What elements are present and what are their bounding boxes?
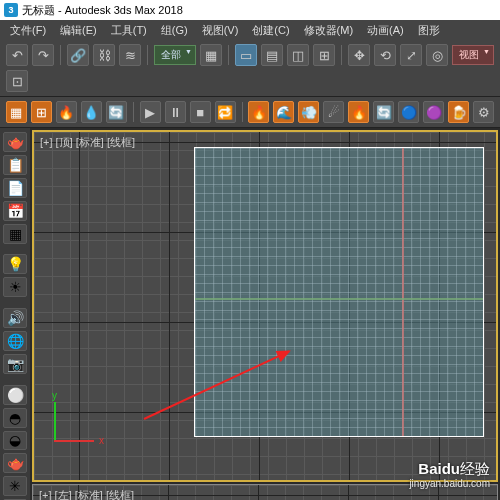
pause-button[interactable]: ⏸ — [165, 101, 186, 123]
dome-button[interactable]: ◒ — [3, 431, 27, 451]
camera-button[interactable]: 📷 — [3, 354, 27, 374]
bind-space-warp-button[interactable]: ≋ — [119, 44, 141, 66]
fire-effect-button[interactable]: 🔥 — [56, 101, 77, 123]
cycle-button[interactable]: 🔄 — [106, 101, 127, 123]
menu-bar: 文件(F) 编辑(E) 工具(T) 组(G) 视图(V) 创建(C) 修改器(M… — [0, 20, 500, 40]
viewport-top-label[interactable]: [+] [顶] [标准] [线框] — [40, 135, 135, 150]
speaker-button[interactable]: 🔊 — [3, 308, 27, 328]
redo-button[interactable]: ↷ — [32, 44, 54, 66]
axis-gizmo — [54, 396, 100, 442]
menu-file[interactable]: 文件(F) — [6, 21, 50, 40]
star-button[interactable]: ✳ — [3, 476, 27, 496]
teapot-primitive-button[interactable]: 🫖 — [3, 132, 27, 152]
app-icon: 3 — [4, 3, 18, 17]
schedule-button[interactable]: 📅 — [3, 201, 27, 221]
hemisphere-button[interactable]: ◓ — [3, 408, 27, 428]
title-bar: 3 无标题 - Autodesk 3ds Max 2018 — [0, 0, 500, 20]
fire-sim-button[interactable]: 🔥 — [248, 101, 269, 123]
play-button[interactable]: ▶ — [140, 101, 161, 123]
unlink-button[interactable]: ⛓ — [93, 44, 115, 66]
select-region-button[interactable]: ◫ — [287, 44, 309, 66]
separator — [60, 45, 61, 65]
secondary-toolbar: ▦ ⊞ 🔥 💧 🔄 ▶ ⏸ ■ 🔁 🔥 🌊 💨 ☄ 🔥 🔄 🔵 🟣 🍺 ⚙ — [0, 97, 500, 128]
grid-toggle-button[interactable]: ▦ — [3, 224, 27, 244]
watermark: Baidu经验 jingyan.baidu.com — [409, 460, 490, 490]
reference-coord-dropdown[interactable]: 视图 — [452, 45, 494, 65]
teapot-alt-button[interactable]: 🫖 — [3, 453, 27, 473]
snap-grid-button[interactable]: ⊞ — [31, 101, 52, 123]
window-crossing-button[interactable]: ⊞ — [313, 44, 335, 66]
viewport-top[interactable]: [+] [顶] [标准] [线框] — [32, 130, 498, 482]
particle-button[interactable]: ☄ — [323, 101, 344, 123]
globe-button[interactable]: 🌐 — [3, 331, 27, 351]
menu-view[interactable]: 视图(V) — [198, 21, 243, 40]
viewport-left-label[interactable]: [+] [左] [标准] [线框] — [39, 488, 134, 500]
separator — [133, 102, 134, 122]
filter-button[interactable]: ▦ — [200, 44, 222, 66]
pivot-button[interactable]: ⊡ — [6, 70, 28, 92]
loop-button[interactable]: 🔁 — [215, 101, 236, 123]
main-toolbar: ↶ ↷ 🔗 ⛓ ≋ 全部 ▦ ▭ ▤ ◫ ⊞ ✥ ⟲ ⤢ ◎ 视图 ⊡ — [0, 40, 500, 97]
refresh-button[interactable]: 🔄 — [373, 101, 394, 123]
render-preview-button[interactable]: 🟣 — [423, 101, 444, 123]
window-title: 无标题 - Autodesk 3ds Max 2018 — [22, 3, 183, 18]
list-panel-button[interactable]: 📋 — [3, 155, 27, 175]
light-bulb-button[interactable]: 💡 — [3, 254, 27, 274]
plane-axis-vertical — [402, 148, 404, 436]
water-effect-button[interactable]: 💧 — [81, 101, 102, 123]
menu-graph[interactable]: 图形 — [414, 21, 444, 40]
selected-plane-object[interactable] — [194, 147, 484, 437]
select-object-button[interactable]: ▭ — [235, 44, 257, 66]
sphere-button[interactable]: ⚪ — [3, 385, 27, 405]
select-by-name-button[interactable]: ▤ — [261, 44, 283, 66]
selection-scope-dropdown[interactable]: 全部 — [154, 45, 196, 65]
rotate-button[interactable]: ⟲ — [374, 44, 396, 66]
scale-button[interactable]: ⤢ — [400, 44, 422, 66]
notes-button[interactable]: 📄 — [3, 178, 27, 198]
watermark-url: jingyan.baidu.com — [409, 478, 490, 490]
menu-edit[interactable]: 编辑(E) — [56, 21, 101, 40]
watermark-ext: 经验 — [460, 460, 490, 477]
menu-create[interactable]: 创建(C) — [248, 21, 293, 40]
scope-label: 全部 — [161, 49, 181, 60]
viewport-area: [+] [顶] [标准] [线框] [+] [左] [标准] [线框] — [30, 128, 500, 500]
move-button[interactable]: ✥ — [348, 44, 370, 66]
undo-button[interactable]: ↶ — [6, 44, 28, 66]
menu-group[interactable]: 组(G) — [157, 21, 192, 40]
workspace-button[interactable]: ▦ — [6, 101, 27, 123]
watermark-main: Baidu经验 — [409, 460, 490, 478]
fluid-sim-button[interactable]: 🌊 — [273, 101, 294, 123]
menu-modifiers[interactable]: 修改器(M) — [300, 21, 358, 40]
placement-button[interactable]: ◎ — [426, 44, 448, 66]
settings-gear-button[interactable]: ⚙ — [473, 101, 494, 123]
gizmo-x-axis — [54, 440, 94, 442]
flame-preset-button[interactable]: 🔥 — [348, 101, 369, 123]
menu-animation[interactable]: 动画(A) — [363, 21, 408, 40]
view-label: 视图 — [459, 49, 479, 60]
sphere-preview-button[interactable]: 🔵 — [398, 101, 419, 123]
separator — [147, 45, 148, 65]
separator — [228, 45, 229, 65]
smoke-sim-button[interactable]: 💨 — [298, 101, 319, 123]
main-area: 🫖 📋 📄 📅 ▦ 💡 ☀ 🔊 🌐 📷 ⚪ ◓ ◒ 🫖 ✳ ☀ 🔆 [+] [顶… — [0, 128, 500, 500]
omni-light-button[interactable]: ☀ — [3, 277, 27, 297]
separator — [341, 45, 342, 65]
link-button[interactable]: 🔗 — [67, 44, 89, 66]
liquid-preset-button[interactable]: 🍺 — [448, 101, 469, 123]
menu-tools[interactable]: 工具(T) — [107, 21, 151, 40]
separator — [242, 102, 243, 122]
stop-button[interactable]: ■ — [190, 101, 211, 123]
plane-axis-horizontal — [195, 298, 483, 300]
watermark-brand: Baidu — [418, 460, 460, 477]
gizmo-y-axis — [54, 402, 56, 442]
left-tool-palette: 🫖 📋 📄 📅 ▦ 💡 ☀ 🔊 🌐 📷 ⚪ ◓ ◒ 🫖 ✳ ☀ 🔆 — [0, 128, 30, 500]
